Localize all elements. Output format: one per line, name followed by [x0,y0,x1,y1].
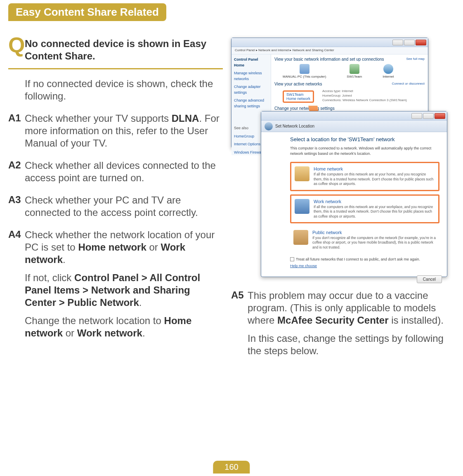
nav-bar: Set Network Location [261,121,447,132]
icon-label: MANUAL-PC (This computer) [283,75,326,78]
option-title: Public network [312,230,436,235]
min-icon [392,40,403,45]
answer-a4: A4 Check whether the network location of… [8,229,223,339]
section-title-tab: Easy Content Share Related [8,3,166,21]
intro-text: If no connected device is shown, check t… [25,78,223,102]
treat-public-checkbox-row: Treat all future networks that I connect… [290,257,439,261]
text: Check whether your TV supports [25,113,172,124]
answer-label: A3 [8,194,25,219]
section-title: View your active networks [274,82,322,86]
option-work-network: Work network If all the computers on thi… [290,194,439,223]
answer-a3: A3 Check whether your PC and TV are conn… [8,194,223,219]
answer-body: Check whether your PC and TV are connect… [25,194,223,219]
pc-icon [300,64,309,74]
sidebar-item: Change adapter settings [234,84,268,95]
close-icon [435,113,445,119]
text: Check whether your PC and TV are connect… [25,194,223,219]
answer-label: A4 [8,229,25,339]
text: If not, click [25,272,74,283]
text: . [139,297,142,308]
internet-icon [383,64,393,74]
text: Check whether all devices connected to t… [25,159,223,184]
public-icon [293,230,308,245]
option-public-network: Public network If you don't recognize al… [290,227,439,253]
text: is installed). [388,315,443,326]
answer-a5: A5 This problem may occur due to a vacci… [231,289,446,357]
answer-a1: A1 Check whether your TV supports DLNA. … [8,112,223,149]
question-letter: Q [8,34,25,56]
section-title: View your basic network information and … [274,57,384,62]
answer-body: This problem may occur due to a vaccine … [248,289,446,357]
cancel-button: Cancel [417,275,442,283]
max-icon [423,113,434,119]
option-title: Home network [314,166,435,171]
sidebar-item: Change advanced sharing settings [234,98,268,109]
work-icon [295,199,309,214]
option-home-network: Home network If all the computers on thi… [290,162,439,191]
window-titlebar [232,38,428,47]
answer-label: A2 [8,159,25,184]
active-network-highlight: SW1Team Home network [283,90,314,103]
nav-title: Set Network Location [275,124,314,128]
section-title: Change your networking settings [274,106,425,111]
max-icon [404,40,415,45]
dialog-subtitle: This computer is connected to a network.… [290,146,439,156]
option-desc: If all the computers on this network are… [314,205,435,219]
see-full-map-link: See full map [406,57,425,64]
answer-body: Check whether all devices connected to t… [25,159,223,184]
close-icon [416,40,426,45]
page-number: 160 [213,461,250,474]
network-icon [350,64,359,74]
option-title: Work network [314,199,435,204]
bold: Home network [78,242,146,253]
icon-label: SW1Team [347,75,362,78]
dialog-title: Select a location for the 'SW1Team' netw… [290,136,439,142]
answer-a2: A2 Check whether all devices connected t… [8,159,223,184]
text: Change the network location to [25,315,164,326]
checkbox-label: Treat all future networks that I connect… [296,257,420,261]
window-titlebar [261,111,447,121]
option-desc: If you don't recognize all the computers… [312,236,436,250]
option-desc: If all the computers on this network are… [314,172,435,186]
min-icon [411,113,422,119]
answer-label: A1 [8,112,25,149]
bold: DLNA [172,113,199,124]
back-icon [265,122,273,130]
network-map: MANUAL-PC (This computer) SW1Team Intern… [274,64,425,78]
checkbox-icon [290,257,294,261]
bold: McAfee Security Center [277,315,388,326]
answer-label: A5 [231,289,248,357]
question-title: No connected device is shown in Easy Con… [25,38,223,62]
sidebar-header: Control Panel Home [234,57,268,68]
text: or [146,242,161,253]
breadcrumb: Control Panel ▸ Network and Internet ▸ N… [232,47,428,54]
connect-link: Connect or disconnect [392,82,425,89]
question-divider [8,68,223,69]
home-icon [295,166,309,181]
bold: Work network [77,327,142,339]
help-link: Help me choose [290,264,439,268]
text: . [63,254,66,265]
right-column: Control Panel ▸ Network and Internet ▸ N… [231,38,446,367]
network-info: Access type: Internet HomeGroup: Joined … [322,89,407,104]
text: or [63,327,77,339]
answer-body: Check whether your TV supports DLNA. For… [25,112,223,149]
sidebar-item: Manage wireless networks [234,71,268,82]
left-column: Q No connected device is shown in Easy C… [8,38,223,367]
text: In this case, change the settings by fol… [248,332,446,357]
screenshot-composite: Control Panel ▸ Network and Internet ▸ N… [231,38,447,277]
text: . [142,327,145,339]
window-set-network-location: Set Network Location Select a location f… [261,111,447,277]
question-block: Q No connected device is shown in Easy C… [8,38,223,62]
icon-label: Internet [383,75,394,78]
answer-body: Check whether the network location of yo… [25,229,223,339]
